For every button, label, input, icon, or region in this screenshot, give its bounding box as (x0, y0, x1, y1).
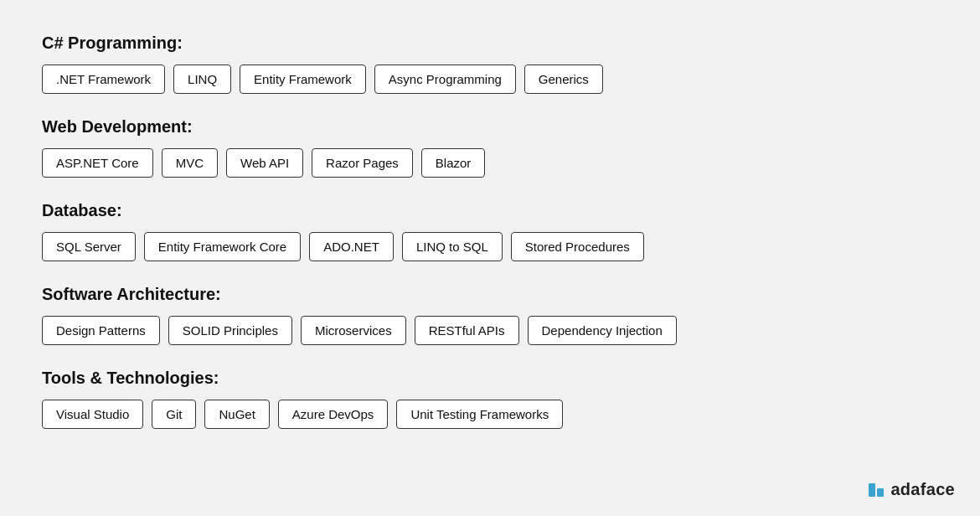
section-title-architecture: Software Architecture: (42, 285, 938, 304)
tags-database: SQL ServerEntity Framework CoreADO.NETLI… (42, 232, 938, 261)
tag-item[interactable]: Generics (524, 64, 603, 94)
logo-bar-short (877, 488, 884, 497)
tag-item[interactable]: SQL Server (42, 232, 136, 261)
section-title-database: Database: (42, 201, 938, 220)
section-title-csharp: C# Programming: (42, 34, 938, 53)
logo-icon (869, 483, 884, 497)
tag-item[interactable]: Entity Framework Core (144, 232, 301, 261)
logo-text: adaface (890, 480, 955, 499)
section-database: Database:SQL ServerEntity Framework Core… (42, 201, 938, 261)
tag-item[interactable]: Blazor (421, 148, 486, 178)
section-tools: Tools & Technologies:Visual StudioGitNuG… (42, 369, 938, 429)
tag-item[interactable]: ASP.NET Core (42, 148, 153, 178)
tag-item[interactable]: ADO.NET (309, 232, 394, 261)
section-architecture: Software Architecture:Design PatternsSOL… (42, 285, 938, 345)
tag-item[interactable]: LINQ (173, 64, 231, 94)
tag-item[interactable]: Visual Studio (42, 400, 143, 429)
tag-item[interactable]: Async Programming (374, 64, 516, 94)
tag-item[interactable]: SOLID Principles (168, 316, 292, 345)
tags-tools: Visual StudioGitNuGetAzure DevOpsUnit Te… (42, 400, 938, 429)
tag-item[interactable]: Azure DevOps (278, 400, 389, 429)
tag-item[interactable]: Microservices (301, 316, 406, 345)
section-csharp: C# Programming:.NET FrameworkLINQEntity … (42, 34, 938, 94)
tag-item[interactable]: Design Patterns (42, 316, 160, 345)
tags-csharp: .NET FrameworkLINQEntity FrameworkAsync … (42, 64, 938, 94)
tag-item[interactable]: NuGet (204, 400, 269, 429)
tag-item[interactable]: Razor Pages (312, 148, 413, 178)
logo-bar-tall (869, 483, 875, 497)
tag-item[interactable]: Stored Procedures (511, 232, 644, 261)
tag-item[interactable]: Web API (226, 148, 303, 178)
tag-item[interactable]: LINQ to SQL (402, 232, 503, 261)
tag-item[interactable]: RESTful APIs (415, 316, 519, 345)
tags-architecture: Design PatternsSOLID PrinciplesMicroserv… (42, 316, 938, 345)
logo-area: adaface (869, 480, 955, 499)
tag-item[interactable]: Unit Testing Frameworks (396, 400, 563, 429)
section-webdev: Web Development:ASP.NET CoreMVCWeb APIRa… (42, 117, 938, 178)
tags-webdev: ASP.NET CoreMVCWeb APIRazor PagesBlazor (42, 148, 938, 178)
tag-item[interactable]: Git (152, 400, 196, 429)
section-title-webdev: Web Development: (42, 117, 938, 137)
tag-item[interactable]: MVC (162, 148, 218, 178)
tag-item[interactable]: Entity Framework (240, 64, 366, 94)
tag-item[interactable]: .NET Framework (42, 64, 165, 94)
main-container: C# Programming:.NET FrameworkLINQEntity … (0, 0, 980, 477)
section-title-tools: Tools & Technologies: (42, 369, 938, 388)
tag-item[interactable]: Dependency Injection (528, 316, 677, 345)
